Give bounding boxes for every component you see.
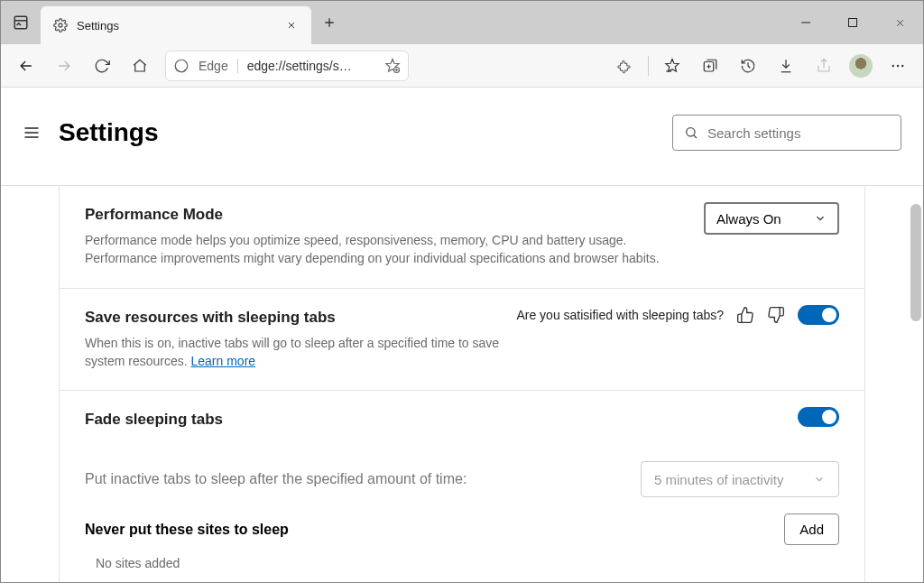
svg-point-1 (59, 23, 62, 27)
never-sleep-title: Never put these sites to sleep (85, 522, 289, 538)
svg-point-9 (687, 128, 695, 136)
performance-mode-dropdown[interactable]: Always On (704, 202, 839, 235)
divider (648, 56, 649, 76)
section-sleeping-tabs: Save resources with sleeping tabs When t… (60, 288, 864, 391)
thumbs-up-button[interactable] (736, 306, 754, 324)
svg-point-7 (897, 64, 899, 66)
search-icon (684, 125, 698, 140)
inactive-timeout-select[interactable]: 5 minutes of inactivity (641, 461, 839, 497)
address-url: edge://settings/s… (247, 59, 375, 73)
svg-point-8 (901, 64, 903, 66)
chevron-down-icon (814, 212, 827, 225)
fade-sleeping-tabs-toggle[interactable] (798, 407, 839, 427)
dropdown-value: Always On (716, 211, 781, 227)
section-desc: When this is on, inactive tabs will go t… (85, 334, 536, 371)
address-bar[interactable]: Edge edge://settings/s… (165, 51, 409, 81)
settings-menu-button[interactable] (15, 116, 48, 149)
downloads-button[interactable] (768, 50, 804, 82)
menu-button[interactable] (880, 50, 916, 82)
window-controls (782, 1, 923, 44)
tab-actions-button[interactable] (1, 1, 41, 44)
add-site-button[interactable]: Add (784, 514, 839, 545)
search-settings[interactable] (672, 115, 901, 151)
learn-more-link[interactable]: Learn more (190, 354, 255, 368)
never-sleep-empty: No sites added (60, 551, 864, 583)
history-button[interactable] (730, 50, 766, 82)
add-favorite-icon[interactable] (384, 58, 401, 74)
forward-button[interactable] (46, 50, 82, 82)
titlebar: Settings (1, 1, 923, 44)
browser-tab[interactable]: Settings (41, 6, 311, 44)
section-title: Fade sleeping tabs (85, 411, 839, 429)
back-button[interactable] (8, 50, 44, 82)
inactive-timeout-label: Put inactive tabs to sleep after the spe… (85, 471, 467, 487)
refresh-button[interactable] (84, 50, 120, 82)
page-title: Settings (59, 118, 158, 147)
edge-icon (173, 58, 189, 74)
svg-point-6 (892, 64, 894, 66)
feedback-question: Are you satisified with sleeping tabs? (516, 308, 724, 322)
profile-avatar[interactable] (849, 54, 873, 78)
favorites-button[interactable] (654, 50, 690, 82)
share-button[interactable] (806, 50, 842, 82)
search-input[interactable] (707, 125, 890, 141)
minimize-button[interactable] (782, 1, 829, 44)
toolbar: Edge edge://settings/s… (1, 44, 923, 88)
section-inactive-timeout: Put inactive tabs to sleep after the spe… (60, 449, 864, 501)
collections-button[interactable] (692, 50, 728, 82)
new-tab-button[interactable] (311, 1, 347, 44)
close-window-button[interactable] (876, 1, 923, 44)
tab-title: Settings (77, 19, 272, 32)
section-desc: Performance mode helps you optimize spee… (85, 231, 662, 268)
thumbs-down-button[interactable] (767, 306, 785, 324)
tab-close-button[interactable] (281, 14, 302, 36)
settings-header: Settings (1, 106, 923, 160)
svg-rect-2 (849, 19, 857, 27)
section-fade-sleeping-tabs: Fade sleeping tabs (60, 390, 864, 449)
home-button[interactable] (122, 50, 158, 82)
svg-rect-0 (14, 16, 27, 29)
section-never-sleep: Never put these sites to sleep Add (60, 501, 864, 551)
chevron-down-icon (813, 473, 826, 486)
scrollbar-thumb[interactable] (910, 204, 921, 321)
address-identity-label: Edge (199, 59, 238, 73)
section-performance-mode: Performance Mode Performance mode helps … (60, 186, 864, 288)
maximize-button[interactable] (829, 1, 876, 44)
content-area: Performance Mode Performance mode helps … (1, 186, 923, 583)
gear-icon (53, 18, 68, 32)
settings-panel: Performance Mode Performance mode helps … (59, 186, 865, 583)
select-value: 5 minutes of inactivity (654, 472, 783, 487)
sleeping-tabs-toggle[interactable] (798, 305, 839, 325)
extensions-button[interactable] (606, 50, 642, 82)
